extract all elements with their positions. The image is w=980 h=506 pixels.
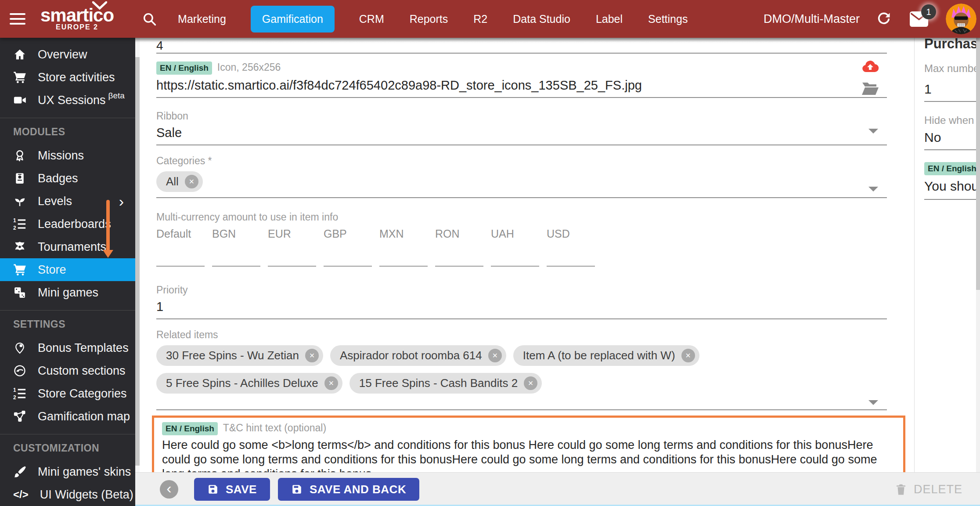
currency-input-default[interactable] <box>156 266 205 267</box>
sidebar-item-label: Store Categories <box>38 387 127 401</box>
currency-input-mxn[interactable] <box>379 266 428 267</box>
currency-input-uah[interactable] <box>491 266 539 267</box>
sidebar-item-gamification-map[interactable]: Gamification map <box>0 405 135 428</box>
sidebar-item-store[interactable]: Store <box>0 258 135 281</box>
hide-when-max-select[interactable]: No <box>924 130 980 145</box>
remove-icon[interactable]: × <box>488 349 502 362</box>
purchase-panel-title: Purchase li <box>924 38 980 52</box>
priority-input[interactable]: 1 <box>156 300 887 314</box>
chip-30-free-spins-wu-zetian[interactable]: 30 Free Spins - Wu Zetian× <box>156 345 323 366</box>
section-title-settings: SETTINGS <box>13 318 135 330</box>
search-icon[interactable] <box>142 11 157 26</box>
sidebar-item-label: Tournaments <box>38 240 106 254</box>
right-panel-scrollbar[interactable] <box>976 38 980 472</box>
nav-settings[interactable]: Settings <box>647 6 688 33</box>
chip-15-free-spins-cash-bandits-2[interactable]: 15 Free Spins - Cash Bandits 2× <box>349 373 542 394</box>
sidebar-item-label: Leaderboards <box>38 217 111 231</box>
nav-r2[interactable]: R2 <box>472 6 488 33</box>
sidebar-item-ux-sessions[interactable]: UX Sessionsβeta <box>0 89 135 112</box>
chevron-down-icon[interactable] <box>868 129 878 134</box>
currency-input-usd[interactable] <box>547 266 595 267</box>
chevron-down-icon[interactable] <box>868 187 878 192</box>
currency-column-default: Default <box>156 228 212 267</box>
idbadge-icon <box>13 172 26 185</box>
save-button[interactable]: SAVE <box>194 478 270 501</box>
sidebar-scrollbar[interactable] <box>135 38 140 472</box>
sidebar-item-badges[interactable]: Badges <box>0 167 135 190</box>
sidebar-item-store-categories[interactable]: 12Store Categories <box>0 382 135 405</box>
nav-crm[interactable]: CRM <box>358 6 385 33</box>
related-chip-list: 30 Free Spins - Wu Zetian×Aspirador robo… <box>156 345 868 394</box>
delete-button[interactable]: DELETE <box>894 482 962 496</box>
right-panel-scrollbar-thumb[interactable] <box>976 38 980 290</box>
sidebar-item-label: Levels <box>38 195 72 208</box>
chip-all[interactable]: All× <box>156 171 203 192</box>
ribbon-select[interactable]: Sale <box>156 126 887 140</box>
chip-item-a-to-be-replaced-with-w[interactable]: Item A (to be replaced with W)× <box>513 345 699 366</box>
field-underline <box>156 409 887 410</box>
remove-icon[interactable]: × <box>305 349 319 362</box>
nav-data-studio[interactable]: Data Studio <box>512 6 571 33</box>
partial-field-value[interactable]: 4 <box>156 39 914 53</box>
sidebar-item-mini-games-skins[interactable]: Mini games' skins <box>0 460 135 483</box>
save-and-back-button[interactable]: SAVE AND BACK <box>278 478 419 501</box>
logo[interactable]: smartico EUROPE 2 <box>40 7 114 31</box>
nav-gamification[interactable]: Gamification <box>251 6 335 33</box>
sidebar-scrollbar-thumb[interactable] <box>135 57 140 466</box>
max-number-label: Max number of <box>924 62 980 75</box>
nav-reports[interactable]: Reports <box>409 6 449 33</box>
sidebar-item-mini-games[interactable]: Mini games <box>0 281 135 304</box>
open-folder-icon[interactable] <box>861 81 879 96</box>
icon-url-field: EN / EnglishIcon, 256x256 https://static… <box>156 61 887 98</box>
video-icon <box>13 94 26 107</box>
chip-aspirador-robot-roomba-614[interactable]: Aspirador robot roomba 614× <box>330 345 506 366</box>
sidebar-item-bonus-templates[interactable]: Bonus Templates <box>0 336 135 359</box>
currency-column-uah: UAH <box>491 228 547 267</box>
refresh-icon[interactable] <box>876 11 891 26</box>
chip-5-free-spins-achilles-deluxe[interactable]: 5 Free Spins - Achilles Deluxe× <box>156 373 342 394</box>
nav-label[interactable]: Label <box>595 6 623 33</box>
mail-icon[interactable]: 1 <box>910 11 928 26</box>
sidebar-item-store-activities[interactable]: Store activities <box>0 66 135 89</box>
sidebar-item-label: Mini games' skins <box>38 465 131 479</box>
currency-input-bgn[interactable] <box>212 266 260 267</box>
chevron-down-icon[interactable] <box>868 400 878 405</box>
remove-icon[interactable]: × <box>324 376 338 390</box>
currency-column-mxn: MXN <box>379 228 435 267</box>
remove-icon[interactable]: × <box>185 175 198 188</box>
chip-label: All <box>166 175 179 188</box>
purchase-text-input[interactable]: You should <box>924 179 980 194</box>
back-button[interactable]: ‹ <box>160 480 178 499</box>
remove-icon[interactable]: × <box>524 376 537 390</box>
chip-label: Aspirador robot roomba 614 <box>340 349 482 362</box>
menu-icon[interactable] <box>10 10 27 28</box>
related-items-field: Related items 30 Free Spins - Wu Zetian×… <box>156 329 887 410</box>
remove-icon[interactable]: × <box>681 349 695 362</box>
currency-input-gbp[interactable] <box>324 266 372 267</box>
currency-header: Default <box>156 228 212 240</box>
currency-columns: DefaultBGNEURGBPMXNRONUAHUSD <box>156 228 914 267</box>
currency-column-usd: USD <box>547 228 602 267</box>
max-number-input[interactable]: 1 <box>924 82 980 97</box>
field-underline <box>156 53 887 54</box>
sidebar-item-tournaments[interactable]: Tournaments <box>0 235 135 258</box>
floppy-icon <box>207 484 219 495</box>
floppy-icon <box>291 484 303 495</box>
sidebar-item-label: UI Widgets (Beta) <box>40 488 133 502</box>
currency-input-ron[interactable] <box>435 266 483 267</box>
icon-url-input[interactable]: https://static.smartico.ai/f3f84dc724f65… <box>156 78 859 93</box>
sidebar-item-levels[interactable]: Levels› <box>0 190 135 213</box>
dice-icon <box>13 286 26 299</box>
sidebar-item-overview[interactable]: Overview <box>0 43 135 66</box>
upload-cloud-icon[interactable] <box>861 60 879 74</box>
icon-field-label: Icon, 256x256 <box>217 61 281 73</box>
sidebar: OverviewStore activitiesUX SessionsβetaM… <box>0 38 135 506</box>
avatar[interactable] <box>946 4 976 34</box>
sidebar-item-leaderboards[interactable]: 12Leaderboards <box>0 213 135 235</box>
sidebar-item-missions[interactable]: Missions <box>0 144 135 167</box>
sidebar-item-ui-widgets-beta[interactable]: </>UI Widgets (Beta) <box>0 483 135 506</box>
nav-marketing[interactable]: Marketing <box>177 6 227 33</box>
sidebar-item-custom-sections[interactable]: Custom sections <box>0 359 135 382</box>
tenant-selector[interactable]: DMO/Multi-Master <box>764 12 860 26</box>
currency-input-eur[interactable] <box>268 266 316 267</box>
